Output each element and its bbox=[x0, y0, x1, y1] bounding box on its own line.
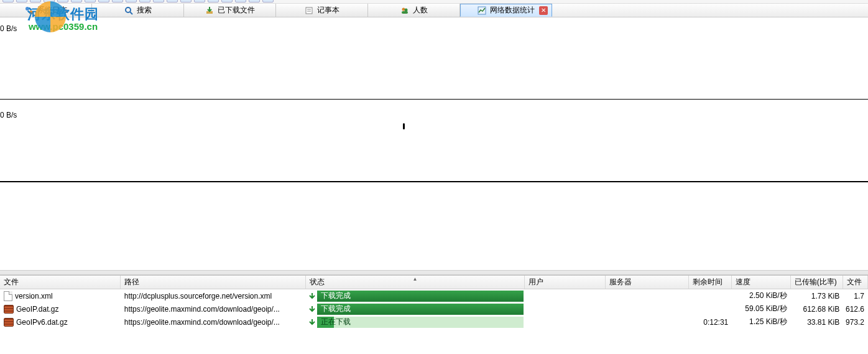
status-bar: 正在下载 bbox=[317, 317, 524, 328]
tabbar: 系统日志 搜索 已下载文件 记事本 人数 网络数据统计 ✕ bbox=[0, 4, 868, 17]
users-icon bbox=[400, 6, 409, 15]
toolbar-button[interactable] bbox=[85, 0, 96, 2]
graph-tick bbox=[403, 123, 405, 129]
toolbar-button[interactable] bbox=[139, 0, 150, 2]
tab-label: 网络数据统计 bbox=[490, 5, 535, 16]
cell-speed: 1.25 KiB/秒 bbox=[732, 317, 790, 327]
archive-icon bbox=[4, 305, 14, 314]
tab-label: 记事本 bbox=[317, 5, 339, 16]
table-row[interactable]: version.xml http://dcplusplus.sourceforg… bbox=[0, 289, 868, 302]
col-last[interactable]: 文件 bbox=[843, 276, 868, 289]
svg-point-0 bbox=[25, 7, 29, 11]
toolbar-button[interactable] bbox=[235, 0, 246, 2]
cell-xfer: 33.81 KiB bbox=[791, 318, 844, 327]
tab-downloaded[interactable]: 已下载文件 bbox=[184, 4, 276, 17]
svg-point-2 bbox=[126, 7, 131, 12]
svg-rect-5 bbox=[306, 7, 312, 14]
status-text: 下载完成 bbox=[321, 291, 351, 301]
toolbar-button[interactable] bbox=[112, 0, 123, 2]
file-icon bbox=[4, 291, 12, 301]
chart-icon bbox=[478, 6, 486, 15]
file-name: version.xml bbox=[15, 292, 53, 300]
graph-pane-upload: 0 B/s bbox=[0, 17, 868, 100]
network-graph: 0 B/s 0 B/s bbox=[0, 17, 868, 182]
col-status[interactable]: 状态 ▲ bbox=[306, 276, 525, 289]
col-xfer[interactable]: 已传输(比率) bbox=[791, 276, 844, 289]
col-speed[interactable]: 速度 bbox=[732, 276, 790, 289]
cell-path: https://geolite.maxmind.com/download/geo… bbox=[121, 305, 306, 314]
tab-search[interactable]: 搜索 bbox=[92, 4, 184, 17]
toolbar-button[interactable] bbox=[262, 0, 274, 2]
tab-label: 系统日志 bbox=[37, 5, 67, 16]
cell-xfer: 1.73 KiB bbox=[791, 292, 844, 300]
cell-speed: 2.50 KiB/秒 bbox=[732, 291, 790, 301]
toolbar-button[interactable] bbox=[153, 0, 164, 2]
svg-rect-10 bbox=[402, 11, 408, 14]
table-row[interactable]: GeoIPv6.dat.gz https://geolite.maxmind.c… bbox=[0, 315, 868, 328]
toolbar-button[interactable] bbox=[249, 0, 260, 2]
toolbar-button[interactable] bbox=[44, 0, 55, 2]
tab-netstat[interactable]: 网络数据统计 ✕ bbox=[460, 4, 552, 17]
status-text: 正在下载 bbox=[321, 317, 351, 327]
cell-file: version.xml bbox=[0, 291, 121, 301]
toolbar-button[interactable] bbox=[126, 0, 137, 2]
file-name: GeoIP.dat.gz bbox=[16, 305, 59, 314]
svg-point-1 bbox=[29, 11, 33, 14]
cell-last: 612.6 bbox=[843, 305, 868, 314]
cell-path: http://dcplusplus.sourceforge.net/versio… bbox=[121, 292, 306, 300]
transfers-panel: 文件 路径 状态 ▲ 用户 服务器 剩余时间 速度 已传输(比率) 文件 ver… bbox=[0, 275, 868, 328]
table-row[interactable]: GeoIP.dat.gz https://geolite.maxmind.com… bbox=[0, 302, 868, 315]
toolbar-button[interactable] bbox=[221, 0, 233, 2]
toolbar-button[interactable] bbox=[71, 0, 82, 2]
tab-users[interactable]: 人数 bbox=[368, 4, 460, 17]
cell-file: GeoIPv6.dat.gz bbox=[0, 318, 121, 327]
cell-remain: 0:12:31 bbox=[689, 318, 732, 327]
file-name: GeoIPv6.dat.gz bbox=[16, 318, 68, 327]
col-status-label: 状态 bbox=[310, 277, 325, 287]
status-bar: 下载完成 bbox=[317, 304, 524, 315]
col-server[interactable]: 服务器 bbox=[606, 276, 689, 289]
col-path[interactable]: 路径 bbox=[121, 276, 306, 289]
col-user[interactable]: 用户 bbox=[525, 276, 605, 289]
tab-notepad[interactable]: 记事本 bbox=[276, 4, 368, 17]
toolbar-button[interactable] bbox=[167, 0, 178, 2]
download-arrow-icon bbox=[307, 291, 317, 301]
notepad-icon bbox=[305, 6, 313, 15]
graph-lower-blank bbox=[0, 182, 868, 270]
graph-ylabel-2: 0 B/s bbox=[0, 111, 17, 119]
graph-pane-download: 0 B/s bbox=[0, 100, 868, 182]
toolbar-button[interactable] bbox=[16, 0, 27, 2]
download-icon bbox=[205, 6, 214, 15]
search-icon bbox=[124, 6, 133, 15]
tab-syslog[interactable]: 系统日志 bbox=[0, 4, 92, 17]
toolbar-button[interactable] bbox=[180, 0, 192, 2]
cell-status: 正在下载 bbox=[306, 317, 525, 328]
tab-label: 人数 bbox=[413, 5, 428, 16]
tab-label: 已下载文件 bbox=[218, 5, 255, 16]
status-bar: 下载完成 bbox=[317, 291, 524, 302]
cell-file: GeoIP.dat.gz bbox=[0, 305, 121, 314]
archive-icon bbox=[4, 318, 14, 327]
toolbar-button[interactable] bbox=[208, 0, 219, 2]
horizontal-splitter[interactable] bbox=[0, 270, 868, 275]
toolbar-button[interactable] bbox=[2, 0, 14, 2]
toolbar-button[interactable] bbox=[98, 0, 109, 2]
tab-label: 搜索 bbox=[137, 5, 152, 16]
cell-path: https://geolite.maxmind.com/download/geo… bbox=[121, 318, 306, 327]
download-arrow-icon bbox=[307, 304, 317, 314]
log-icon bbox=[25, 6, 34, 15]
col-remain[interactable]: 剩余时间 bbox=[689, 276, 732, 289]
cell-last: 1.7 bbox=[843, 292, 868, 300]
toolbar-button[interactable] bbox=[30, 0, 41, 2]
sort-indicator-icon: ▲ bbox=[413, 276, 418, 282]
status-text: 下载完成 bbox=[321, 304, 351, 314]
close-icon[interactable]: ✕ bbox=[539, 6, 548, 15]
download-arrow-icon bbox=[307, 317, 317, 327]
toolbar-button[interactable] bbox=[57, 0, 68, 2]
toolbar-button[interactable] bbox=[194, 0, 205, 2]
col-file[interactable]: 文件 bbox=[0, 276, 121, 289]
transfers-header: 文件 路径 状态 ▲ 用户 服务器 剩余时间 速度 已传输(比率) 文件 bbox=[0, 276, 868, 289]
cell-status: 下载完成 bbox=[306, 291, 525, 302]
transfers-body: version.xml http://dcplusplus.sourceforg… bbox=[0, 289, 868, 328]
graph-ylabel-1: 0 B/s bbox=[0, 24, 17, 33]
